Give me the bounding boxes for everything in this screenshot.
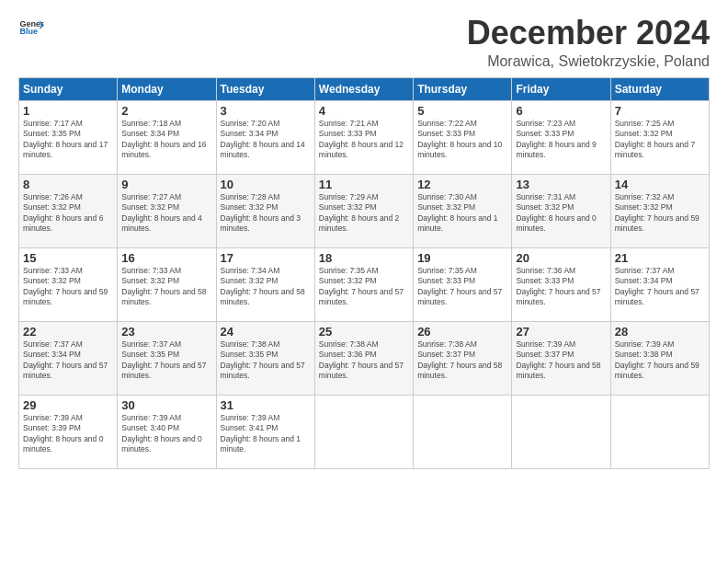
day-info: Sunrise: 7:39 AMSunset: 3:39 PMDaylight:… — [23, 413, 113, 455]
table-cell: 11 Sunrise: 7:29 AMSunset: 3:32 PMDaylig… — [314, 174, 413, 247]
calendar-table: Sunday Monday Tuesday Wednesday Thursday… — [18, 77, 710, 469]
day-number: 31 — [221, 398, 311, 412]
table-cell: 14 Sunrise: 7:32 AMSunset: 3:32 PMDaylig… — [610, 174, 709, 247]
day-number: 27 — [516, 325, 606, 339]
logo-icon: General Blue — [18, 15, 44, 40]
day-number: 9 — [121, 178, 211, 191]
day-info: Sunrise: 7:36 AMSunset: 3:33 PMDaylight:… — [516, 266, 606, 308]
day-info: Sunrise: 7:35 AMSunset: 3:32 PMDaylight:… — [319, 266, 409, 308]
table-cell: 4 Sunrise: 7:21 AMSunset: 3:33 PMDayligh… — [314, 100, 413, 174]
day-info: Sunrise: 7:39 AMSunset: 3:38 PMDaylight:… — [615, 339, 705, 382]
day-number: 8 — [23, 178, 113, 191]
day-info: Sunrise: 7:32 AMSunset: 3:32 PMDaylight:… — [615, 192, 705, 235]
table-cell: 15 Sunrise: 7:33 AMSunset: 3:32 PMDaylig… — [19, 247, 118, 321]
day-number: 18 — [319, 251, 409, 265]
day-number: 12 — [417, 178, 507, 191]
day-info: Sunrise: 7:38 AMSunset: 3:37 PMDaylight:… — [417, 339, 507, 382]
day-number: 20 — [516, 251, 606, 265]
day-info: Sunrise: 7:23 AMSunset: 3:33 PMDaylight:… — [516, 119, 606, 161]
table-cell: 6 Sunrise: 7:23 AMSunset: 3:33 PMDayligh… — [512, 100, 610, 174]
table-cell: 19 Sunrise: 7:35 AMSunset: 3:33 PMDaylig… — [414, 247, 512, 321]
day-number: 1 — [23, 104, 113, 118]
day-number: 26 — [417, 325, 507, 339]
day-number: 3 — [221, 104, 311, 118]
table-cell: 21 Sunrise: 7:37 AMSunset: 3:34 PMDaylig… — [610, 247, 709, 321]
day-info: Sunrise: 7:35 AMSunset: 3:33 PMDaylight:… — [417, 266, 507, 308]
day-number: 21 — [615, 251, 705, 265]
month-title: December 2024 — [467, 15, 710, 52]
day-number: 29 — [23, 398, 113, 412]
day-number: 10 — [221, 178, 311, 191]
header-row: Sunday Monday Tuesday Wednesday Thursday… — [19, 77, 710, 100]
day-info: Sunrise: 7:33 AMSunset: 3:32 PMDaylight:… — [23, 266, 113, 308]
day-info: Sunrise: 7:39 AMSunset: 3:40 PMDaylight:… — [121, 413, 211, 455]
day-info: Sunrise: 7:39 AMSunset: 3:37 PMDaylight:… — [516, 339, 606, 382]
col-thursday: Thursday — [414, 77, 512, 100]
day-number: 15 — [23, 251, 113, 265]
col-wednesday: Wednesday — [314, 77, 413, 100]
day-number: 16 — [121, 251, 211, 265]
day-number: 5 — [417, 104, 507, 118]
title-area: December 2024 Morawica, Swietokrzyskie, … — [467, 15, 710, 70]
table-cell: 22 Sunrise: 7:37 AMSunset: 3:34 PMDaylig… — [19, 321, 118, 395]
day-number: 22 — [23, 325, 113, 339]
table-cell: 8 Sunrise: 7:26 AMSunset: 3:32 PMDayligh… — [19, 174, 118, 247]
table-row: 29 Sunrise: 7:39 AMSunset: 3:39 PMDaylig… — [19, 395, 710, 468]
svg-text:Blue: Blue — [19, 27, 38, 36]
day-info: Sunrise: 7:38 AMSunset: 3:35 PMDaylight:… — [221, 339, 311, 382]
day-info: Sunrise: 7:18 AMSunset: 3:34 PMDaylight:… — [121, 119, 211, 161]
table-cell — [314, 395, 413, 468]
day-info: Sunrise: 7:29 AMSunset: 3:32 PMDaylight:… — [319, 192, 409, 235]
table-cell: 17 Sunrise: 7:34 AMSunset: 3:32 PMDaylig… — [216, 247, 314, 321]
day-number: 28 — [615, 325, 705, 339]
logo: General Blue — [18, 15, 44, 40]
table-row: 8 Sunrise: 7:26 AMSunset: 3:32 PMDayligh… — [19, 174, 710, 247]
day-info: Sunrise: 7:31 AMSunset: 3:32 PMDaylight:… — [516, 192, 606, 235]
table-row: 1 Sunrise: 7:17 AMSunset: 3:35 PMDayligh… — [19, 100, 710, 174]
col-friday: Friday — [512, 77, 610, 100]
table-cell: 7 Sunrise: 7:25 AMSunset: 3:32 PMDayligh… — [610, 100, 709, 174]
day-info: Sunrise: 7:26 AMSunset: 3:32 PMDaylight:… — [23, 192, 113, 235]
table-cell: 16 Sunrise: 7:33 AMSunset: 3:32 PMDaylig… — [118, 247, 216, 321]
table-cell: 5 Sunrise: 7:22 AMSunset: 3:33 PMDayligh… — [414, 100, 512, 174]
table-cell — [414, 395, 512, 468]
day-info: Sunrise: 7:20 AMSunset: 3:34 PMDaylight:… — [221, 119, 311, 161]
table-cell: 3 Sunrise: 7:20 AMSunset: 3:34 PMDayligh… — [216, 100, 314, 174]
day-info: Sunrise: 7:22 AMSunset: 3:33 PMDaylight:… — [417, 119, 507, 161]
day-info: Sunrise: 7:27 AMSunset: 3:32 PMDaylight:… — [121, 192, 211, 235]
day-info: Sunrise: 7:30 AMSunset: 3:32 PMDaylight:… — [417, 192, 507, 235]
table-cell: 27 Sunrise: 7:39 AMSunset: 3:37 PMDaylig… — [512, 321, 610, 395]
day-number: 13 — [516, 178, 606, 191]
table-cell: 13 Sunrise: 7:31 AMSunset: 3:32 PMDaylig… — [512, 174, 610, 247]
day-number: 4 — [319, 104, 409, 118]
table-cell: 9 Sunrise: 7:27 AMSunset: 3:32 PMDayligh… — [118, 174, 216, 247]
col-tuesday: Tuesday — [216, 77, 314, 100]
col-monday: Monday — [118, 77, 216, 100]
table-cell: 20 Sunrise: 7:36 AMSunset: 3:33 PMDaylig… — [512, 247, 610, 321]
table-cell: 12 Sunrise: 7:30 AMSunset: 3:32 PMDaylig… — [414, 174, 512, 247]
table-cell: 26 Sunrise: 7:38 AMSunset: 3:37 PMDaylig… — [414, 321, 512, 395]
table-cell: 1 Sunrise: 7:17 AMSunset: 3:35 PMDayligh… — [19, 100, 118, 174]
day-number: 25 — [319, 325, 409, 339]
day-number: 23 — [121, 325, 211, 339]
day-info: Sunrise: 7:17 AMSunset: 3:35 PMDaylight:… — [23, 119, 113, 161]
location-title: Morawica, Swietokrzyskie, Poland — [467, 53, 710, 70]
day-number: 19 — [417, 251, 507, 265]
table-cell: 2 Sunrise: 7:18 AMSunset: 3:34 PMDayligh… — [118, 100, 216, 174]
header: General Blue December 2024 Morawica, Swi… — [18, 15, 710, 70]
table-cell: 24 Sunrise: 7:38 AMSunset: 3:35 PMDaylig… — [216, 321, 314, 395]
day-number: 6 — [516, 104, 606, 118]
table-cell: 30 Sunrise: 7:39 AMSunset: 3:40 PMDaylig… — [118, 395, 216, 468]
day-info: Sunrise: 7:39 AMSunset: 3:41 PMDaylight:… — [221, 413, 311, 455]
day-info: Sunrise: 7:37 AMSunset: 3:34 PMDaylight:… — [615, 266, 705, 308]
day-info: Sunrise: 7:33 AMSunset: 3:32 PMDaylight:… — [121, 266, 211, 308]
table-cell: 25 Sunrise: 7:38 AMSunset: 3:36 PMDaylig… — [314, 321, 413, 395]
day-info: Sunrise: 7:21 AMSunset: 3:33 PMDaylight:… — [319, 119, 409, 161]
day-info: Sunrise: 7:37 AMSunset: 3:35 PMDaylight:… — [121, 339, 211, 382]
day-number: 14 — [615, 178, 705, 191]
day-number: 24 — [221, 325, 311, 339]
day-number: 7 — [615, 104, 705, 118]
table-cell: 28 Sunrise: 7:39 AMSunset: 3:38 PMDaylig… — [610, 321, 709, 395]
table-cell — [512, 395, 610, 468]
day-number: 11 — [319, 178, 409, 191]
